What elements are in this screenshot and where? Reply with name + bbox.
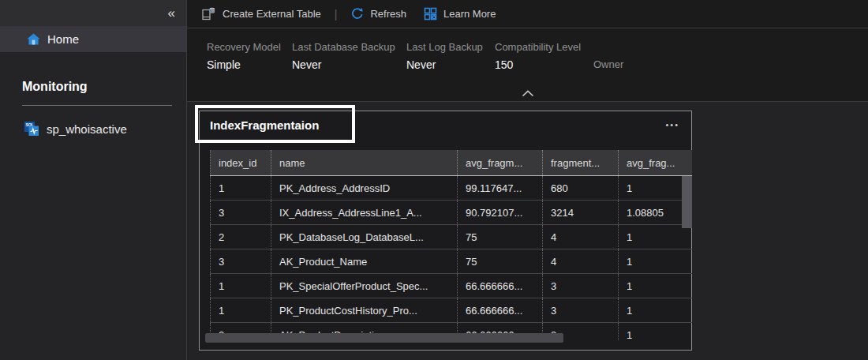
property-compatibility-level: Compatibility Level 150 (495, 41, 581, 71)
sidebar: « Home Monitoring SQL sp_whois (0, 0, 187, 360)
toolbar: Create External Table | Refresh (187, 0, 868, 28)
grid-cell[interactable]: PK_Address_AddressID (271, 176, 458, 200)
grid-cell[interactable]: 1 (210, 274, 271, 298)
grid-cell[interactable]: 4 (543, 225, 619, 249)
table-row[interactable]: 1 PK_SpecialOfferProduct_Spec... 66.6666… (210, 274, 692, 298)
grid-cell[interactable]: PK_DatabaseLog_DatabaseL... (271, 225, 458, 249)
grid-cell[interactable]: 1 (210, 298, 271, 322)
property-value: Simple (207, 58, 281, 71)
grid-cell[interactable]: 1 (619, 249, 680, 273)
button-label: Learn More (443, 8, 496, 20)
column-header[interactable]: avg_frag... (619, 150, 680, 175)
table-row[interactable]: 2 PK_DatabaseLog_DatabaseL... 75 4 1 (210, 225, 692, 249)
property-value: Never (406, 58, 483, 71)
grid-cell[interactable]: IX_Address_AddressLine1_A... (271, 201, 458, 224)
grid-cell[interactable]: 2 (210, 225, 271, 249)
database-properties-bar: Recovery Model Simple Last Database Back… (187, 28, 868, 101)
chevron-up-icon (522, 90, 534, 97)
refresh-icon (350, 7, 364, 21)
grid-cell[interactable]: 66.666666... (458, 274, 543, 298)
collapse-sidebar-icon[interactable]: « (168, 6, 175, 20)
table-row[interactable]: 3 IX_Address_AddressLine1_A... 90.792107… (210, 201, 692, 225)
button-label: Refresh (370, 8, 406, 20)
property-value: 150 (495, 58, 581, 71)
property-label: Owner (593, 41, 623, 70)
grid-cell[interactable]: PK_SpecialOfferProduct_Spec... (271, 274, 458, 298)
collapse-properties-button[interactable] (522, 90, 534, 97)
sql-activity-icon: SQL (24, 121, 39, 137)
grid-cell[interactable]: 90.792107... (458, 201, 543, 224)
more-options-icon[interactable]: ••• (665, 118, 679, 129)
grid-cell[interactable]: 3 (210, 201, 271, 224)
widget-title: IndexFragmentaion (210, 118, 319, 132)
table-row[interactable]: 1 PK_ProductCostHistory_Pro... 66.666666… (210, 298, 692, 323)
results-grid: index_id name avg_fragm... fragment... a… (210, 150, 692, 340)
property-label: Last Database Backup (292, 41, 395, 53)
sidebar-item-label: Home (47, 32, 79, 46)
sidebar-item-home[interactable]: Home (0, 26, 186, 52)
grid-cell[interactable]: 3 (543, 274, 619, 298)
column-header[interactable]: avg_fragm... (458, 150, 543, 175)
grid-cell[interactable]: 4 (543, 249, 619, 273)
learn-more-button[interactable]: Learn More (424, 7, 496, 21)
grid-cell[interactable]: PK_ProductCostHistory_Pro... (271, 298, 458, 322)
property-label: Compatibility Level (495, 41, 581, 53)
grid-cell[interactable]: 75 (458, 225, 543, 249)
grid-cell[interactable]: 1 (619, 298, 680, 322)
property-owner: Owner (593, 41, 623, 70)
grid-cell[interactable]: 75 (458, 249, 543, 273)
grid-cell[interactable]: 66.666666... (458, 298, 543, 322)
grid-cell[interactable]: 3 (543, 298, 619, 322)
property-label: Recovery Model (207, 41, 281, 53)
home-icon (27, 33, 40, 45)
grid-header-row: index_id name avg_fragm... fragment... a… (210, 150, 692, 176)
table-row[interactable]: 1 PK_Address_AddressID 99.117647... 680 … (210, 176, 692, 201)
sidebar-header: « (0, 0, 186, 26)
grid-cell[interactable]: 680 (543, 176, 619, 200)
property-recovery-model: Recovery Model Simple (207, 41, 281, 71)
property-last-log-backup: Last Log Backup Never (406, 41, 483, 71)
grid-cell[interactable]: 1 (619, 176, 680, 200)
grid-cell[interactable]: 1.08805 (619, 201, 680, 224)
vertical-scrollbar[interactable] (682, 176, 692, 228)
property-value: Never (292, 58, 395, 71)
horizontal-scrollbar[interactable] (205, 333, 563, 343)
refresh-button[interactable]: Refresh (350, 7, 406, 21)
app-window: « Home Monitoring SQL sp_whois (0, 0, 868, 360)
table-row[interactable]: 3 AK_Product_Name 75 4 1 (210, 249, 692, 274)
external-table-icon (201, 6, 216, 21)
toolbar-separator: | (335, 8, 338, 21)
sidebar-section-monitoring: Monitoring (22, 80, 88, 94)
grid-cell[interactable]: 3 (210, 249, 271, 273)
column-header[interactable]: index_id (210, 150, 271, 175)
property-last-database-backup: Last Database Backup Never (292, 41, 395, 71)
grid-cell[interactable]: AK_Product_Name (271, 249, 458, 273)
grid-cell[interactable]: 1 (210, 176, 271, 200)
grid-cell[interactable]: 99.117647... (458, 176, 543, 200)
column-header[interactable]: name (271, 150, 458, 175)
property-label: Last Log Backup (406, 41, 483, 53)
widget-header: IndexFragmentaion ••• (200, 111, 691, 132)
grid-cell[interactable]: 1 (619, 225, 680, 249)
learn-more-icon (424, 7, 437, 21)
grid-cell[interactable]: 1 (619, 323, 680, 340)
index-fragmentation-widget: IndexFragmentaion ••• index_id name avg_… (199, 111, 692, 351)
grid-cell[interactable]: 1 (619, 274, 680, 298)
sidebar-item-label: sp_whoisactive (47, 122, 127, 136)
sidebar-divider (22, 105, 172, 106)
sidebar-item-sp-whoisactive[interactable]: SQL sp_whoisactive (0, 116, 185, 141)
column-header[interactable]: fragment... (543, 150, 619, 175)
grid-cell[interactable]: 3214 (543, 201, 619, 224)
button-label: Create External Table (223, 8, 321, 20)
create-external-table-button[interactable]: Create External Table (201, 6, 321, 21)
